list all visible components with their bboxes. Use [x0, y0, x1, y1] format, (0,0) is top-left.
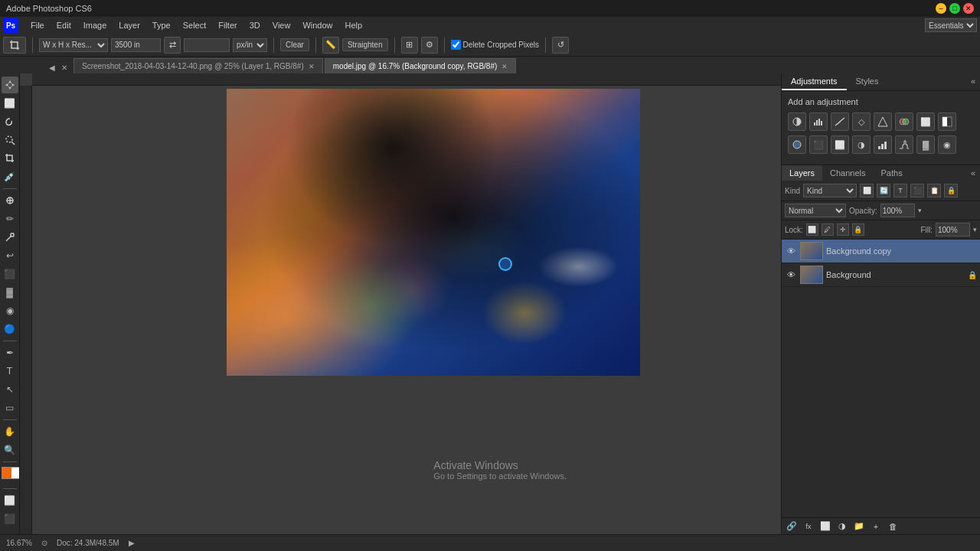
delete-cropped-checkbox[interactable]: [451, 40, 461, 50]
text-tool[interactable]: T: [2, 363, 18, 380]
status-arrow[interactable]: ▶: [126, 537, 138, 549]
tab-nav-left[interactable]: ◀: [46, 62, 58, 73]
lock-image-icon[interactable]: 🖊: [822, 223, 834, 236]
healing-brush-tool[interactable]: [2, 192, 18, 209]
shape-tool[interactable]: ▭: [2, 399, 18, 416]
hsl-icon[interactable]: [895, 112, 913, 131]
titlebar-controls[interactable]: – □ ✕: [936, 3, 974, 14]
tab-paths[interactable]: Paths: [874, 165, 910, 181]
hand-tool[interactable]: ✋: [2, 423, 18, 440]
layer-item-background[interactable]: 👁 Background 🔒: [782, 263, 980, 287]
quick-select-tool[interactable]: [2, 132, 18, 148]
layers-panel-close[interactable]: «: [966, 165, 980, 181]
vibrance-icon[interactable]: [874, 112, 892, 131]
exposure-icon[interactable]: ◇: [852, 112, 871, 131]
layer-styles-icon[interactable]: fx: [802, 520, 815, 533]
fill-arrow[interactable]: ▾: [973, 226, 977, 233]
menu-image[interactable]: Image: [77, 19, 113, 31]
width-input[interactable]: [111, 38, 161, 52]
link-layers-icon[interactable]: 🔗: [785, 520, 799, 533]
close-button[interactable]: ✕: [963, 3, 974, 14]
lock-all-icon[interactable]: 🔒: [852, 223, 864, 236]
tab-layers[interactable]: Layers: [782, 165, 822, 181]
tab-nav-right[interactable]: ✕: [58, 62, 70, 73]
gradient-tool[interactable]: ▓: [2, 284, 18, 301]
quick-mask-mode[interactable]: ⬜: [2, 492, 18, 509]
opacity-input[interactable]: [880, 204, 915, 217]
tab-model-close[interactable]: ✕: [501, 63, 508, 70]
lasso-tool[interactable]: [2, 113, 18, 130]
reset-icon[interactable]: ↺: [552, 37, 569, 54]
menu-file[interactable]: File: [24, 19, 51, 31]
minimize-button[interactable]: –: [936, 3, 946, 14]
filter-pixel-icon[interactable]: ⬜: [860, 184, 874, 197]
filter-shape-icon[interactable]: ⬛: [910, 184, 924, 197]
threshold-icon[interactable]: [895, 135, 913, 154]
brush-tool[interactable]: ✏: [2, 210, 18, 227]
create-layer-icon[interactable]: +: [869, 520, 883, 533]
photofilter-icon[interactable]: [788, 135, 806, 154]
posterize-icon[interactable]: [874, 135, 892, 154]
unit-select[interactable]: px/in: [233, 38, 267, 52]
menu-help[interactable]: Help: [339, 19, 369, 31]
menu-layer[interactable]: Layer: [113, 19, 146, 31]
workspace-select[interactable]: Essentials: [925, 18, 977, 32]
menu-filter[interactable]: Filter: [212, 19, 243, 31]
tab-styles[interactable]: Styles: [847, 73, 888, 90]
create-group-icon[interactable]: 📁: [852, 520, 866, 533]
delete-layer-icon[interactable]: 🗑: [886, 520, 900, 533]
menu-window[interactable]: Window: [296, 19, 338, 31]
straighten-button[interactable]: Straighten: [342, 38, 388, 51]
menu-select[interactable]: Select: [177, 19, 213, 31]
maximize-button[interactable]: □: [949, 3, 960, 14]
fill-input[interactable]: [936, 223, 970, 236]
levels-icon[interactable]: [809, 112, 828, 131]
history-brush-tool[interactable]: ↩: [2, 247, 18, 264]
layer-visibility-background-copy[interactable]: 👁: [785, 245, 797, 257]
layer-item-background-copy[interactable]: 👁 Background copy: [782, 240, 980, 263]
blend-mode-select[interactable]: Normal: [785, 204, 846, 217]
filter-selected-icon[interactable]: 🔒: [944, 184, 958, 197]
invert-icon[interactable]: ◑: [852, 135, 871, 154]
add-mask-icon[interactable]: ⬜: [818, 520, 832, 533]
bw-icon[interactable]: [938, 112, 956, 131]
pen-tool[interactable]: ✒: [2, 344, 18, 361]
eyedropper-tool[interactable]: 💉: [2, 168, 18, 185]
colorbalance-icon[interactable]: ⬜: [916, 112, 935, 131]
tab-adjustments[interactable]: Adjustments: [782, 73, 847, 90]
colorlookup-icon[interactable]: ⬜: [831, 135, 849, 154]
rectangular-marquee-tool[interactable]: ⬜: [2, 95, 18, 112]
opacity-arrow[interactable]: ▾: [918, 207, 922, 214]
clone-stamp-tool[interactable]: [2, 229, 18, 246]
size-preset-select[interactable]: W x H x Res...: [39, 38, 108, 52]
menu-type[interactable]: Type: [146, 19, 177, 31]
filter-type-icon[interactable]: T: [893, 184, 907, 197]
selectivecolor-icon[interactable]: ◉: [938, 135, 956, 154]
kind-select[interactable]: Kind: [803, 184, 857, 197]
gear-icon[interactable]: ⚙: [421, 37, 438, 54]
grid-icon[interactable]: ⊞: [401, 37, 418, 54]
adj-panel-close[interactable]: «: [966, 73, 980, 90]
lock-transparent-icon[interactable]: ⬜: [806, 223, 818, 236]
dodge-tool[interactable]: 🔵: [2, 321, 18, 337]
blur-tool[interactable]: ◉: [2, 302, 18, 319]
gradientmap-icon[interactable]: ▓: [916, 135, 935, 154]
eraser-tool[interactable]: ⬛: [2, 266, 18, 282]
channelmixer-icon[interactable]: ⬛: [809, 135, 828, 154]
menu-view[interactable]: View: [266, 19, 297, 31]
lock-position-icon[interactable]: ✛: [837, 223, 849, 236]
tab-model[interactable]: model.jpg @ 16.7% (Background copy, RGB/…: [325, 58, 517, 73]
tab-screenshot[interactable]: Screenshot_2018-04-03-14-12-40.png @ 25%…: [74, 58, 323, 73]
create-fill-icon[interactable]: ◑: [835, 520, 849, 533]
zoom-tool[interactable]: 🔍: [2, 442, 18, 458]
clear-button[interactable]: Clear: [280, 38, 309, 51]
move-tool[interactable]: [2, 77, 18, 93]
crop-tool-icon[interactable]: [3, 37, 26, 54]
menu-3d[interactable]: 3D: [243, 19, 266, 31]
canvas-area[interactable]: Activate Windows Go to Settings to activ…: [20, 73, 781, 534]
curves-icon[interactable]: [831, 112, 849, 131]
straighten-icon[interactable]: 📏: [322, 37, 339, 54]
menu-edit[interactable]: Edit: [51, 19, 77, 31]
crop-tool[interactable]: [2, 150, 18, 167]
layer-visibility-background[interactable]: 👁: [785, 269, 797, 281]
